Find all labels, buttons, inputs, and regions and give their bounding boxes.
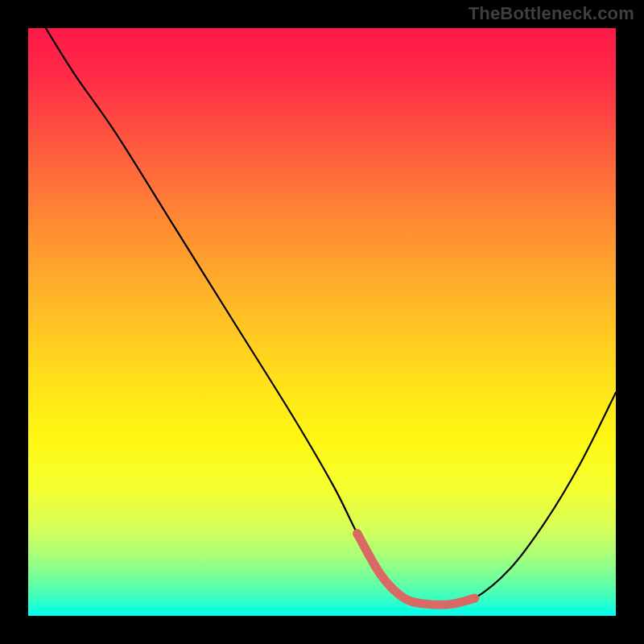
watermark-text: TheBottleneck.com bbox=[469, 3, 634, 24]
curve-path bbox=[46, 28, 616, 605]
bottleneck-curve bbox=[28, 28, 616, 616]
plot-area bbox=[28, 28, 616, 616]
chart-frame: TheBottleneck.com bbox=[0, 0, 644, 644]
highlight-start-dot bbox=[353, 529, 361, 538]
curve-highlight bbox=[357, 534, 475, 605]
